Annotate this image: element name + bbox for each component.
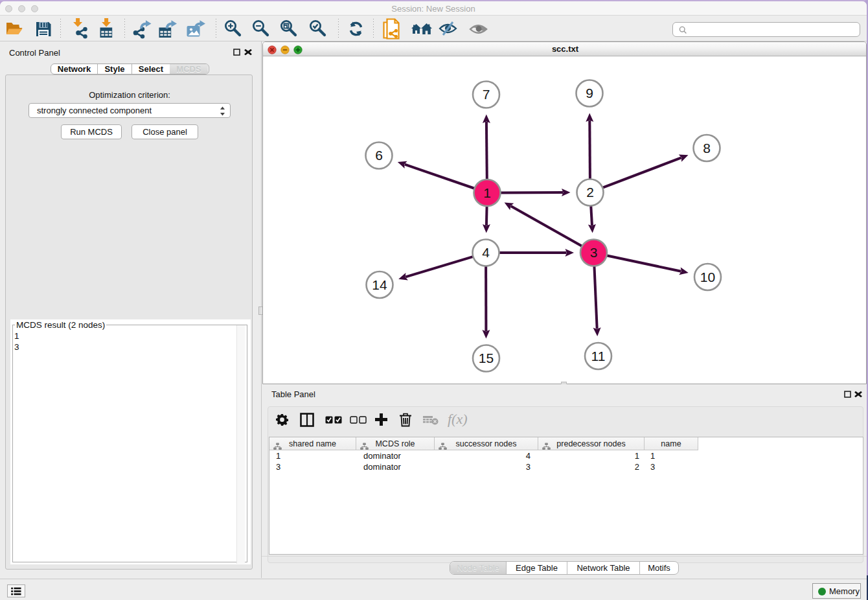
svg-text:11: 11 bbox=[591, 349, 606, 363]
svg-text:3: 3 bbox=[590, 245, 598, 260]
svg-text:10: 10 bbox=[700, 270, 715, 284]
svg-text:15: 15 bbox=[479, 351, 494, 365]
svg-text:9: 9 bbox=[586, 86, 593, 100]
svg-text:4: 4 bbox=[482, 245, 490, 260]
svg-text:7: 7 bbox=[483, 87, 490, 102]
svg-text:6: 6 bbox=[375, 148, 383, 163]
svg-text:8: 8 bbox=[703, 141, 711, 156]
svg-text:1: 1 bbox=[483, 185, 491, 200]
svg-text:2: 2 bbox=[586, 185, 594, 200]
svg-text:14: 14 bbox=[372, 277, 387, 292]
